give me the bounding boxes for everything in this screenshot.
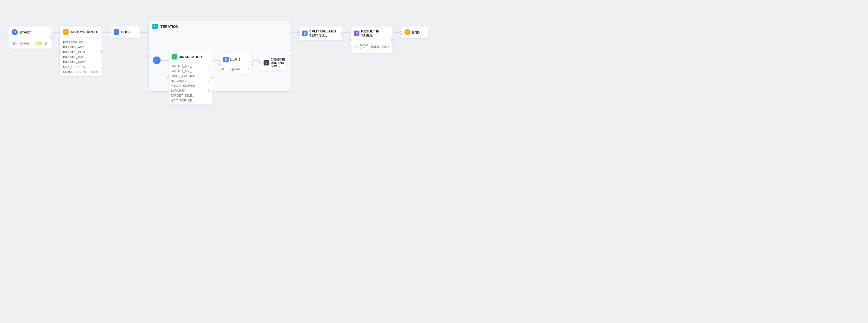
result-table-output-port: [391, 38, 394, 41]
result-table-label: RESULT IN TABLE: [361, 29, 389, 37]
split-url-header: {} SPLIT URL AND TEXT SU...: [299, 27, 342, 40]
iteration-header: ↻ ITERATION: [149, 21, 290, 32]
split-url-input-port: [298, 32, 300, 35]
iteration-output-port: [289, 55, 291, 58]
start-field-question: {x} Question 必填 {x}: [12, 40, 48, 46]
code-icon: {}: [114, 29, 119, 35]
end-header: S END: [401, 27, 428, 38]
llm2-node[interactable]: {} LLM 2 gpt-4o ⚠: [220, 54, 252, 73]
combine-header: C COMBINE URL AND SUM...: [260, 55, 287, 71]
start-header: S START: [8, 27, 52, 38]
end-input-port: [400, 31, 403, 34]
end-node[interactable]: S END: [401, 26, 428, 38]
jinareader-icon: ⌂: [172, 54, 177, 60]
llm2-output-port: [251, 62, 253, 65]
tavily-label: TAVILYSEARCH: [70, 30, 97, 34]
combine-url-node[interactable]: C COMBINE URL AND SUM...: [260, 55, 287, 71]
jinareader-header: ⌂ JINAREADER: [168, 51, 212, 63]
tavily-search-node[interactable]: ✦ TAVILYSEARCH EXCLUDE_DO... INCLUDE_ANS…: [60, 26, 102, 77]
jinareader-input-port: [167, 76, 170, 79]
iteration-start-dot: ⌂: [153, 57, 161, 64]
end-label: END: [412, 30, 420, 34]
end-icon: S: [404, 29, 410, 35]
split-url-node[interactable]: {} SPLIT URL AND TEXT SU...: [299, 26, 342, 41]
start-label: START: [20, 30, 31, 34]
warning-icon: [222, 68, 224, 70]
tavily-output-port: [100, 50, 103, 53]
combine-label: COMBINE URL AND SUM...: [271, 58, 285, 68]
result-table-node[interactable]: D RESULT IN TABLE → Result in T... outpu…: [350, 26, 393, 53]
workflow-canvas: S START {x} Question 必填 {x} ✦ TAVILYSEAR…: [0, 0, 868, 323]
jinareader-node[interactable]: ⌂ JINAREADER GATHER_ALL_L...0 GATHER_ALL…: [168, 51, 212, 104]
start-icon: S: [12, 29, 18, 35]
tavily-header: ✦ TAVILYSEARCH: [60, 27, 102, 38]
inner-conn-1: [161, 60, 168, 61]
jinareader-label: JINAREADER: [179, 55, 202, 59]
combine-output-port: [286, 62, 288, 64]
tavily-input-port: [58, 50, 61, 53]
inner-conn-2: [212, 60, 220, 61]
warning-symbol: ⚠: [247, 67, 250, 71]
inner-conn-3: [252, 60, 260, 61]
iteration-input-port: [147, 55, 150, 58]
result-table-icon: D: [354, 31, 360, 36]
combine-icon: C: [264, 60, 269, 66]
code-label: CODE: [121, 30, 131, 34]
llm2-input-port: [218, 62, 221, 65]
split-url-label: SPLIT URL AND TEXT SU...: [309, 29, 339, 37]
llm2-header: {} LLM 2: [220, 54, 252, 65]
llm2-icon: {}: [223, 57, 228, 62]
start-node[interactable]: S START {x} Question 必填 {x}: [8, 26, 52, 49]
code-output-port: [138, 31, 141, 34]
iteration-label: ITERATION: [159, 25, 178, 29]
iteration-icon: ↻: [152, 24, 158, 29]
iteration-node[interactable]: ↻ ITERATION ⌂ ⌂ JINAREADER GATHER_ALL_L.…: [148, 21, 290, 92]
result-table-header: D RESULT IN TABLE: [351, 27, 393, 40]
code-node[interactable]: {} CODE: [110, 26, 140, 38]
combine-input-port: [259, 62, 262, 64]
code-input-port: [109, 31, 112, 34]
code-header: {} CODE: [110, 27, 140, 38]
tavily-icon: ✦: [63, 29, 68, 35]
start-output-port: [50, 36, 53, 39]
result-table-input-port: [349, 38, 352, 41]
jinareader-output-port: [210, 76, 213, 79]
split-url-icon: {}: [302, 31, 308, 36]
llm2-label: LLM 2: [230, 58, 241, 62]
